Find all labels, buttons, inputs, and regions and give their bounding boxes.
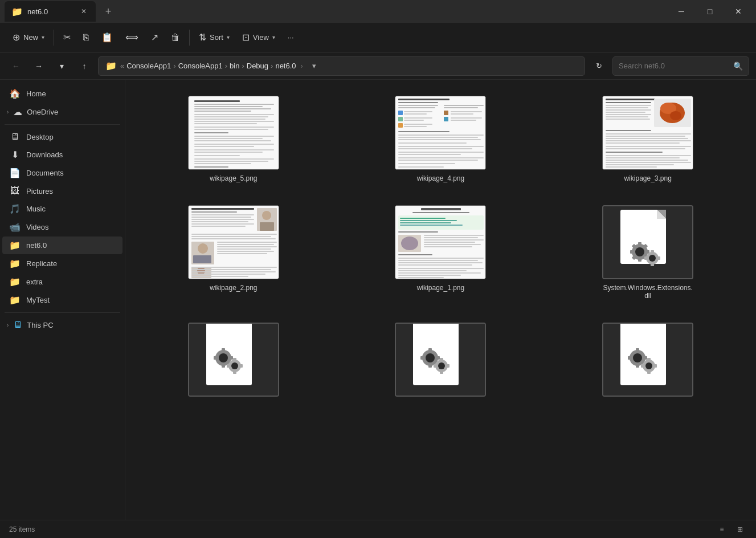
sidebar-label-downloads: Downloads: [26, 150, 102, 159]
path-part-4[interactable]: Debug: [247, 62, 268, 70]
refresh-button[interactable]: ↻: [590, 57, 608, 75]
file-name-2: wikipage_3.png: [624, 174, 671, 182]
svg-rect-136: [424, 244, 481, 245]
more-button[interactable]: ···: [282, 30, 300, 45]
svg-rect-22: [194, 158, 274, 160]
close-button[interactable]: ✕: [725, 2, 751, 21]
svg-rect-202: [628, 356, 632, 360]
title-bar: 📁 net6.0 ✕ + ─ □ ✕: [0, 0, 756, 23]
sidebar-item-net60[interactable]: 📁 net6.0 📌: [2, 237, 122, 254]
status-bar: 25 items ≡ ⊞: [0, 520, 756, 538]
file-item-3[interactable]: wikipage_2.png: [134, 198, 333, 307]
file-item-0[interactable]: wikipage_5.png: [134, 89, 333, 189]
share-button[interactable]: ↗: [145, 28, 164, 46]
sidebar-item-downloads[interactable]: ⬇ Downloads 📌: [2, 146, 122, 164]
cut-button[interactable]: ✂: [58, 28, 76, 46]
file-name-5: System.Windows.Extensions.dll: [602, 284, 693, 300]
svg-rect-138: [398, 254, 432, 255]
sidebar-item-mytest[interactable]: 📁 MyTest 📌: [2, 291, 122, 309]
svg-rect-14: [194, 136, 274, 137]
file-item-8[interactable]: [549, 316, 747, 408]
svg-rect-21: [194, 155, 240, 156]
sidebar-item-videos[interactable]: 📹 Videos 📌: [2, 218, 122, 236]
sidebar-item-desktop[interactable]: 🖥 Desktop 📌: [2, 128, 122, 145]
view-button[interactable]: ⊡ View ▾: [236, 28, 281, 46]
pictures-icon: 🖼: [9, 186, 21, 196]
search-input[interactable]: [619, 62, 730, 70]
sidebar-item-pictures[interactable]: 🖼 Pictures 📌: [2, 182, 122, 199]
file-item-5[interactable]: System.Windows.Extensions.dll: [549, 198, 747, 307]
recent-locations-button[interactable]: ▾: [52, 57, 71, 75]
file-item-7[interactable]: [342, 316, 540, 408]
file-item-2[interactable]: wikipage_3.png: [549, 89, 747, 189]
svg-rect-8: [194, 119, 265, 120]
maximize-button[interactable]: □: [697, 2, 723, 21]
sidebar-item-music[interactable]: 🎵 Music 📌: [2, 200, 122, 218]
file-item-4[interactable]: wikipage_1.png: [342, 198, 540, 307]
sidebar-item-replicate[interactable]: 📁 Replicate 📌: [2, 255, 122, 272]
sidebar-item-extra[interactable]: 📁 extra 📌: [2, 273, 122, 291]
address-input[interactable]: 📁 « ConsoleApp1 › ConsoleApp1 › bin › De…: [98, 56, 585, 76]
rename-button[interactable]: ⟺: [120, 28, 144, 46]
sidebar-onedrive-header[interactable]: › ☁ OneDrive: [0, 103, 125, 121]
svg-rect-29: [398, 105, 438, 106]
sidebar-divider-2: [5, 312, 120, 313]
svg-rect-63: [606, 102, 651, 103]
separator-1: [54, 30, 54, 46]
sidebar-label-pictures: Pictures: [26, 187, 102, 195]
new-tab-button[interactable]: +: [99, 2, 117, 21]
svg-rect-18: [194, 146, 254, 147]
svg-rect-97: [191, 217, 251, 218]
delete-button[interactable]: 🗑: [165, 29, 186, 46]
svg-rect-118: [191, 271, 276, 272]
sidebar-thispc-header[interactable]: › 🖥 This PC: [0, 316, 125, 333]
onedrive-icon: ☁: [13, 107, 22, 117]
address-dropdown-button[interactable]: ▾: [307, 58, 322, 74]
svg-rect-49: [398, 134, 484, 136]
svg-point-199: [633, 353, 642, 362]
svg-rect-195: [446, 364, 449, 368]
svg-rect-122: [421, 208, 461, 210]
svg-rect-31: [398, 111, 403, 115]
rename-icon: ⟺: [125, 32, 138, 43]
view-controls: ≡ ⊞: [715, 523, 747, 536]
svg-rect-37: [398, 123, 403, 128]
file-thumbnail-7: [395, 323, 486, 397]
path-part-2[interactable]: ConsoleApp1: [178, 62, 223, 70]
list-view-button[interactable]: ≡: [715, 523, 729, 536]
extra-icon: 📁: [9, 276, 21, 287]
sidebar-item-home[interactable]: 🏠 Home: [2, 85, 122, 103]
svg-rect-10: [194, 123, 257, 124]
grid-view-button[interactable]: ⊞: [733, 523, 747, 536]
forward-button[interactable]: →: [30, 57, 48, 75]
paste-button[interactable]: 📋: [96, 28, 118, 46]
copy-button[interactable]: ⎘: [77, 29, 95, 46]
svg-rect-140: [398, 260, 478, 261]
new-chevron-icon: ▾: [42, 34, 44, 40]
svg-rect-5: [194, 111, 251, 112]
svg-rect-146: [398, 275, 461, 276]
svg-rect-13: [194, 132, 228, 133]
file-item-6[interactable]: [134, 316, 333, 408]
file-item-1[interactable]: wikipage_4.png: [342, 89, 540, 189]
svg-point-94: [262, 211, 271, 220]
back-button[interactable]: ←: [7, 57, 25, 75]
sidebar-item-documents[interactable]: 📄 Documents 📌: [2, 164, 122, 182]
active-tab[interactable]: 📁 net6.0 ✕: [5, 1, 96, 22]
svg-rect-12: [194, 129, 268, 130]
svg-rect-73: [606, 116, 648, 117]
file-thumbnail-4: [395, 205, 486, 279]
sort-button[interactable]: ⇅ Sort ▾: [193, 28, 235, 46]
copy-icon: ⎘: [83, 32, 89, 43]
path-part-5[interactable]: net6.0: [275, 62, 296, 70]
up-button[interactable]: ↑: [75, 57, 93, 75]
svg-point-131: [401, 237, 418, 250]
search-box[interactable]: 🔍: [612, 56, 749, 76]
minimize-button[interactable]: ─: [668, 2, 694, 21]
path-part-1[interactable]: ConsoleApp1: [126, 62, 171, 70]
path-part-3[interactable]: bin: [230, 62, 239, 70]
tab-close-button[interactable]: ✕: [79, 6, 89, 17]
svg-rect-84: [606, 155, 691, 156]
new-button[interactable]: ⊕ New ▾: [7, 28, 50, 46]
svg-point-177: [231, 362, 238, 369]
